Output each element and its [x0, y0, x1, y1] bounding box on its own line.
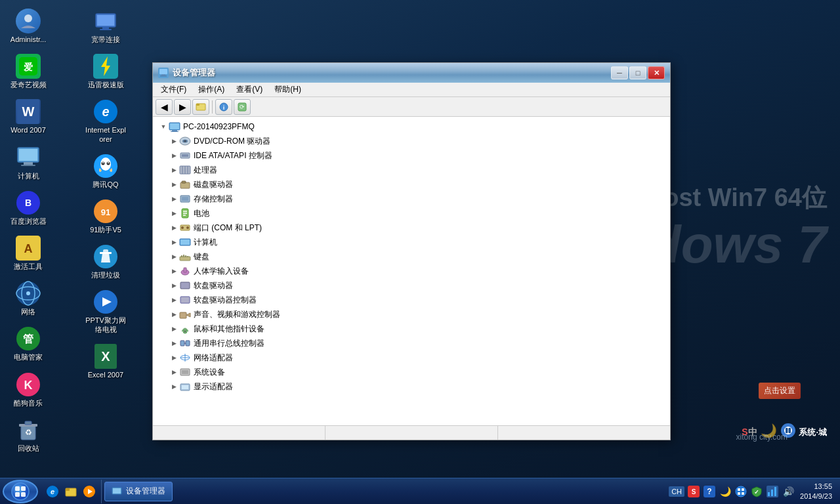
- tree-item-2[interactable]: ▶ 处理器: [156, 163, 667, 177]
- menu-action[interactable]: 操作(A): [193, 83, 230, 96]
- tree-item-9[interactable]: ▶ 人体学输入设备: [156, 264, 667, 278]
- tree-root[interactable]: ▼ PC-20140923PFMQ: [156, 119, 667, 134]
- svg-rect-51: [159, 69, 167, 74]
- tree-toggle-0[interactable]: ▶: [169, 136, 179, 146]
- quick-ie[interactable]: e: [45, 484, 60, 499]
- desktop-icon-excel[interactable]: X Excel 2007: [83, 341, 129, 382]
- tray-windows[interactable]: [734, 485, 747, 498]
- desktop-icon-ie[interactable]: e Internet Explorer: [83, 96, 129, 146]
- svg-rect-76: [182, 197, 188, 201]
- toolbar-back[interactable]: ◀: [156, 99, 173, 115]
- desktop-icon-broadband[interactable]: 宽带连接: [83, 5, 129, 47]
- tree-toggle-15[interactable]: ▶: [169, 352, 179, 363]
- tray-volume[interactable]: 🔊: [782, 485, 795, 498]
- svg-rect-87: [181, 255, 182, 257]
- tray-security[interactable]: ✓: [750, 485, 763, 498]
- svg-rect-109: [182, 385, 188, 389]
- svg-rect-130: [738, 492, 740, 495]
- tree-item-8[interactable]: ▶ 键盘: [156, 249, 667, 264]
- desktop-icon-clean[interactable]: 清理垃圾: [83, 241, 129, 282]
- tree-item-7[interactable]: ▶ 计算机: [156, 235, 667, 249]
- tree-toggle-10[interactable]: ▶: [169, 280, 179, 291]
- tree-toggle-2[interactable]: ▶: [169, 165, 179, 175]
- device-tree[interactable]: ▼ PC-20140923PFMQ ▶ DVD/CD-ROM 驱动器 ▶: [153, 117, 670, 425]
- tree-icon-10: [179, 280, 191, 291]
- tree-toggle-4[interactable]: ▶: [169, 194, 179, 204]
- tree-toggle-3[interactable]: ▶: [169, 179, 179, 190]
- svg-rect-107: [182, 370, 188, 374]
- tray-network-monitor[interactable]: [766, 485, 779, 498]
- tree-toggle-1[interactable]: ▶: [169, 150, 179, 161]
- dianshezhi-button[interactable]: 点击设置: [759, 383, 801, 399]
- tree-icon-5: [179, 207, 191, 219]
- tray-question[interactable]: ?: [703, 485, 716, 498]
- tree-toggle-9[interactable]: ▶: [169, 266, 179, 276]
- close-button[interactable]: ✕: [648, 66, 665, 79]
- start-button[interactable]: [3, 480, 38, 503]
- tree-item-13[interactable]: ▶ 鼠标和其他指针设备: [156, 322, 667, 336]
- tree-toggle-11[interactable]: ▶: [169, 295, 179, 305]
- tree-item-4[interactable]: ▶ 存储控制器: [156, 192, 667, 206]
- menu-file[interactable]: 文件(F): [156, 83, 192, 96]
- menu-view[interactable]: 查看(V): [231, 83, 268, 96]
- desktop-icon-word[interactable]: W Word 2007: [5, 96, 51, 137]
- desktop-icon-pptv[interactable]: PPTV聚力网络电视: [83, 286, 129, 336]
- tree-toggle-6[interactable]: ▶: [169, 222, 179, 233]
- svg-rect-135: [771, 490, 773, 496]
- quick-media[interactable]: [81, 484, 97, 499]
- desktop-icon-iqiyi[interactable]: 爱 爱奇艺视频: [5, 51, 51, 92]
- tree-label-8: 键盘: [194, 251, 209, 262]
- desktop-icon-91[interactable]: 91 91助手V5: [83, 196, 129, 237]
- tree-label-17: 显示适配器: [194, 381, 233, 392]
- desktop-icon-computer[interactable]: 计算机: [5, 142, 51, 183]
- desktop-icon-qq[interactable]: 腾讯QQ: [83, 150, 129, 192]
- tree-toggle-8[interactable]: ▶: [169, 251, 179, 262]
- tree-toggle-7[interactable]: ▶: [169, 237, 179, 247]
- tray-sogou[interactable]: S: [687, 485, 700, 498]
- tray-time[interactable]: 13:55 2014/9/23: [797, 482, 835, 501]
- quick-explorer[interactable]: [63, 484, 79, 499]
- desktop-icon-network[interactable]: 网络: [5, 278, 51, 319]
- tree-item-6[interactable]: ▶ 端口 (COM 和 LPT): [156, 220, 667, 235]
- tree-toggle-root[interactable]: ▼: [158, 121, 169, 132]
- tree-item-16[interactable]: ▶ 系统设备: [156, 365, 667, 379]
- desktop-icon-diannao[interactable]: 管 电脑管家: [5, 323, 51, 364]
- desktop-icon-jihua[interactable]: A 激活工具: [5, 232, 51, 274]
- maximize-button[interactable]: □: [629, 66, 646, 79]
- tree-toggle-14[interactable]: ▶: [169, 338, 179, 348]
- tree-item-17[interactable]: ▶ 显示适配器: [156, 379, 667, 394]
- tree-item-1[interactable]: ▶ IDE ATA/ATAPI 控制器: [156, 148, 667, 163]
- tree-item-10[interactable]: ▶ 软盘驱动器: [156, 278, 667, 293]
- desktop-icon-grid: Administr... 爱 爱奇艺视频 W Word 2007: [5, 5, 156, 472]
- svg-rect-52: [161, 74, 165, 75]
- toolbar-up[interactable]: [192, 99, 209, 115]
- tree-item-5[interactable]: ▶ 电池: [156, 206, 667, 220]
- tree-item-11[interactable]: ▶ 软盘驱动器控制器: [156, 293, 667, 307]
- tree-toggle-13[interactable]: ▶: [169, 324, 179, 334]
- tree-toggle-12[interactable]: ▶: [169, 309, 179, 320]
- tray-moon[interactable]: 🌙: [719, 485, 732, 498]
- toolbar-forward[interactable]: ▶: [174, 99, 191, 115]
- svg-text:91: 91: [101, 207, 110, 217]
- desktop-icon-admin[interactable]: Administr...: [5, 5, 51, 47]
- desktop-icon-kugou[interactable]: K 酷狗音乐: [5, 369, 51, 410]
- tree-toggle-5[interactable]: ▶: [169, 208, 179, 219]
- desktop-icon-thunder[interactable]: 迅雷极速版: [83, 51, 129, 92]
- tree-toggle-16[interactable]: ▶: [169, 367, 179, 377]
- svg-rect-61: [170, 123, 179, 129]
- tree-toggle-17[interactable]: ▶: [169, 381, 179, 392]
- toolbar-info[interactable]: i: [215, 99, 232, 115]
- toolbar-scan[interactable]: ⟳: [234, 99, 251, 115]
- menu-help[interactable]: 帮助(H): [269, 83, 306, 96]
- desktop-icon-recycle[interactable]: ♻ 回收站: [5, 414, 51, 455]
- tree-item-3[interactable]: ▶ 磁盘驱动器: [156, 177, 667, 192]
- tree-item-12[interactable]: ▶ 声音、视频和游戏控制器: [156, 307, 667, 322]
- taskbar-item-0[interactable]: 设备管理器: [104, 482, 173, 501]
- tree-label-14: 通用串行总线控制器: [194, 338, 264, 349]
- tray-language[interactable]: CH: [669, 486, 684, 497]
- tree-item-0[interactable]: ▶ DVD/CD-ROM 驱动器: [156, 134, 667, 148]
- tree-item-14[interactable]: ▶ 通用串行总线控制器: [156, 336, 667, 350]
- desktop-icon-baidu[interactable]: B 百度浏览器: [5, 187, 51, 228]
- tree-item-15[interactable]: ▶ 网络适配器: [156, 350, 667, 365]
- minimize-button[interactable]: ─: [611, 66, 628, 79]
